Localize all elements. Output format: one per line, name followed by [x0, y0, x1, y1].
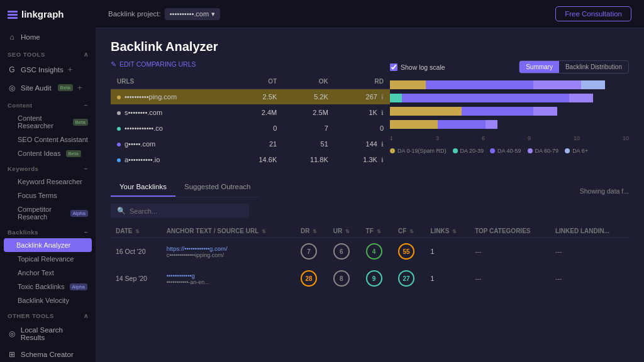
legend-item: DA 0-19(Spam RD) — [390, 148, 447, 154]
chart-axis: 13691010 — [390, 133, 629, 144]
col-header-rd: RD — [335, 74, 390, 89]
keywords-header: Keywords − — [0, 160, 96, 175]
page-title: Backlink Analyzer — [96, 28, 644, 60]
logo-icon — [8, 11, 18, 18]
seo-tools-toggle[interactable]: ∧ — [84, 51, 89, 58]
edit-icon: ✎ — [111, 60, 116, 68]
project-selector: Backlink project: ••••••••••.com ▾ — [108, 8, 220, 20]
table-row[interactable]: 14 Sep '20 ••••••••••••g •••••••••••-an-… — [111, 265, 629, 292]
bl-col-ur: UR ⇅ — [328, 224, 361, 238]
sidebar-item-content-researcher[interactable]: Content Researcher Beta — [0, 111, 96, 133]
log-scale-toggle[interactable]: Show log scale — [390, 63, 445, 71]
table-row[interactable]: a••••••••••.io 14.6K 11.8K 1.3K ℹ — [111, 152, 390, 168]
site-audit-plus[interactable]: + — [77, 83, 82, 92]
project-label: Backlink project: — [108, 10, 161, 18]
bar-row — [390, 119, 629, 129]
content-toggle[interactable]: − — [84, 102, 88, 109]
sidebar-item-content-ideas[interactable]: Content Ideas Beta — [0, 146, 96, 160]
sidebar-item-focus-terms[interactable]: Focus Terms — [0, 189, 96, 202]
sidebar-item-competitor-research[interactable]: Competitor Research Alpha — [0, 202, 96, 224]
bar-row — [390, 93, 629, 103]
site-audit-badge: Beta — [58, 84, 73, 91]
sidebar-item-backlink-analyzer[interactable]: Backlink Analyzer — [4, 238, 92, 252]
content-researcher-badge: Beta — [73, 119, 88, 126]
chart-tab-summary[interactable]: Summary — [519, 61, 559, 73]
main-content: Backlink project: ••••••••••.com ▾ Free … — [96, 0, 644, 362]
sidebar-item-seo-content-assistant[interactable]: SEO Content Assistant — [0, 133, 96, 146]
analysis-section: ✎ EDIT COMPARING URLS URLS OT OK RD ••••… — [96, 60, 644, 178]
search-bar: 🔍 — [111, 204, 249, 218]
col-header-ot: OT — [232, 74, 284, 89]
free-consultation-button[interactable]: Free Consultation — [555, 6, 631, 21]
sidebar-item-gsc-insights[interactable]: G GSC Insights + — [0, 60, 96, 79]
content-ideas-badge: Beta — [66, 150, 81, 157]
search-input[interactable] — [130, 207, 243, 215]
table-row[interactable]: s••••••••.com 2.4M 2.5M 1K ℹ — [111, 105, 390, 121]
local-search-icon: ◎ — [8, 329, 16, 338]
table-row[interactable]: g•••••.com 21 51 144 ℹ — [111, 136, 390, 152]
toxic-badge: Alpha — [70, 283, 87, 290]
tab-your-backlinks[interactable]: Your Backlinks — [111, 178, 175, 197]
bl-col-anchor: ANCHOR TEXT / SOURCE URL ⇅ — [162, 224, 296, 238]
sidebar-item-toxic-backlinks[interactable]: Toxic Backlinks Alpha — [0, 280, 96, 293]
sidebar-item-keyword-researcher[interactable]: Keyword Researcher — [0, 175, 96, 189]
schema-icon: ⊞ — [8, 350, 16, 359]
content-area: Backlink Analyzer ✎ EDIT COMPARING URLS … — [96, 28, 644, 362]
col-header-ok: OK — [283, 74, 335, 89]
other-tools-header: OTHER TOOLS ∧ — [0, 307, 96, 322]
url-table-section: ✎ EDIT COMPARING URLS URLS OT OK RD ••••… — [111, 60, 390, 168]
backlinks-toggle[interactable]: − — [84, 229, 88, 236]
chart-header: Show log scale Summary Backlink Distribu… — [390, 60, 629, 74]
keywords-toggle[interactable]: − — [84, 165, 88, 172]
bl-col-dr: DR ⇅ — [296, 224, 328, 238]
backlinks-table: DATE ⇅ ANCHOR TEXT / SOURCE URL ⇅ DR ⇅ U… — [111, 224, 629, 292]
bl-col-cf: CF ⇅ — [393, 224, 425, 238]
app-name: linkgraph — [21, 9, 64, 19]
sidebar-item-schema-creator[interactable]: ⊞ Schema Creator — [0, 346, 96, 362]
sidebar-item-local-search[interactable]: ◎ Local Search Results — [0, 322, 96, 346]
legend-item: DA 40-59 — [490, 148, 521, 154]
seo-tools-header: SEO TOOLS ∧ — [0, 46, 96, 60]
url-comparison-table: URLS OT OK RD ••••••••••ping.com 2.5K 5.… — [111, 74, 390, 168]
showing-info: Showing data f... — [580, 187, 629, 195]
gsc-plus[interactable]: + — [68, 65, 73, 74]
sidebar-item-topical-relevance[interactable]: Topical Relevance — [0, 252, 96, 266]
sidebar-item-anchor-text[interactable]: Anchor Text — [0, 266, 96, 280]
dropdown-arrow-icon: ▾ — [211, 10, 215, 18]
site-audit-icon: ◎ — [8, 84, 16, 92]
sidebar-item-backlink-velocity[interactable]: Backlink Velocity — [0, 293, 96, 307]
sidebar-item-home[interactable]: ⌂ Home — [0, 28, 96, 46]
legend-item: DA 6+ — [565, 148, 588, 154]
bl-col-landing: LINKED LANDIN... — [550, 224, 629, 238]
logo: linkgraph — [0, 0, 96, 28]
home-icon: ⌂ — [8, 33, 16, 41]
gsc-icon: G — [8, 65, 16, 74]
backlinks-section: Your Backlinks Suggested Outreach Showin… — [96, 178, 644, 292]
chart-tab-distribution[interactable]: Backlink Distribution — [559, 61, 628, 73]
chart-section: Show log scale Summary Backlink Distribu… — [390, 60, 629, 168]
legend-item: DA 60-79 — [528, 148, 559, 154]
bl-col-categories: TOP CATEGORIES — [470, 224, 550, 238]
sidebar-home-label: Home — [21, 33, 40, 41]
bar-chart — [390, 80, 629, 129]
bar-row — [390, 80, 629, 90]
project-domain[interactable]: ••••••••••.com ▾ — [165, 8, 220, 20]
sidebar-item-site-audit[interactable]: ◎ Site Audit Beta + — [0, 79, 96, 97]
other-tools-toggle[interactable]: ∧ — [84, 312, 89, 319]
table-row[interactable]: ••••••••••••.co 0 7 0 — [111, 121, 390, 136]
backlinks-header: Backlinks − — [0, 224, 96, 238]
sidebar: linkgraph ⌂ Home SEO TOOLS ∧ G GSC Insig… — [0, 0, 96, 362]
topbar: Backlink project: ••••••••••.com ▾ Free … — [96, 0, 644, 28]
table-row[interactable]: 16 Oct '20 https://••••••••••••g.com/ c•… — [111, 238, 629, 265]
competitor-badge: Alpha — [70, 210, 88, 217]
table-row[interactable]: ••••••••••ping.com 2.5K 5.2K 267 ℹ — [111, 89, 390, 105]
bl-col-tf: TF ⇅ — [361, 224, 393, 238]
bl-col-links: LINKS ⇅ — [425, 224, 470, 238]
bar-row — [390, 106, 629, 116]
backlinks-tabs: Your Backlinks Suggested Outreach — [111, 178, 260, 197]
chart-tabs: Summary Backlink Distribution — [519, 60, 629, 74]
log-scale-checkbox[interactable] — [390, 63, 397, 71]
tab-suggested-outreach[interactable]: Suggested Outreach — [175, 178, 260, 197]
edit-comparing-button[interactable]: ✎ EDIT COMPARING URLS — [111, 60, 390, 68]
chart-legend: DA 0-19(Spam RD)DA 20-39DA 40-59DA 60-79… — [390, 148, 629, 154]
